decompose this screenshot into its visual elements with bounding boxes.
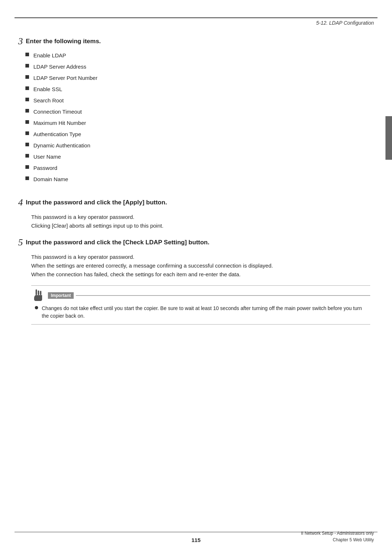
step-4-line2: Clicking [Clear] aborts all settings inp… [31,221,370,230]
list-item: Dynamic Authentication [25,142,370,149]
list-item-label: Domain Name [33,175,68,183]
list-item: Connection Timeout [25,108,370,115]
bullet-icon [25,131,29,135]
bullet-icon [25,143,29,146]
list-item-label: Authentication Type [33,130,81,138]
list-item: Enable LDAP [25,52,370,59]
bullet-icon [25,98,29,101]
list-item-label: LDAP Server Port Number [33,74,97,82]
step-4-line1: This password is a key operator password… [31,213,370,221]
list-item: Maximum Hit Number [25,119,370,127]
list-item: Domain Name [25,175,370,183]
step-3-list: Enable LDAP LDAP Server Address LDAP Ser… [18,52,370,183]
bullet-icon [25,120,29,124]
bullet-icon [25,53,29,56]
list-item-label: Search Root [33,97,64,104]
important-badge: Important [48,292,74,299]
step-5-number: 5 [18,237,23,248]
important-note: Changes do not take effect until you sta… [42,305,370,320]
top-border [15,17,377,18]
list-item: LDAP Server Address [25,63,370,70]
important-line [76,295,370,296]
step-5-body: This password is a key operator password… [31,253,370,279]
list-item-label: Enable SSL [33,85,62,93]
important-hand-icon [31,289,45,302]
step-5-section: 5 Input the password and click the [Chec… [18,237,370,328]
bullet-icon [25,64,29,68]
list-item: Search Root [25,97,370,104]
list-item: Password [25,164,370,172]
list-item-label: LDAP Server Address [33,63,86,70]
page-header: 5-12. LDAP Configuration [316,20,374,26]
bullet-icon [25,154,29,158]
step-3-number: 3 [18,36,23,47]
step-3-section: 3 Enter the following items. Enable LDAP… [18,36,370,194]
svg-rect-2 [40,291,41,295]
bullet-circle-icon [35,306,38,309]
list-item-label: Dynamic Authentication [33,142,90,149]
step-5-line1: This password is a key operator password… [31,253,370,261]
list-item: Authentication Type [25,130,370,138]
step-4-section: 4 Input the password and click the [Appl… [18,197,370,230]
right-tab [385,116,392,160]
list-item-label: Password [33,164,57,172]
svg-rect-1 [38,290,39,295]
bullet-icon [25,165,29,169]
footer-line1: II Network Setup - Administrators only [301,530,374,537]
svg-rect-0 [36,289,37,295]
header-title: 5-12. LDAP Configuration [316,20,374,26]
list-item: User Name [25,153,370,160]
bullet-icon [25,176,29,180]
bullet-icon [25,75,29,79]
list-item: LDAP Server Port Number [25,74,370,82]
list-item-label: Connection Timeout [33,108,82,115]
list-item: Enable SSL [25,85,370,93]
important-bullet-list: Changes do not take effect until you sta… [31,305,370,320]
main-content: 3 Enter the following items. Enable LDAP… [18,29,370,532]
page-footer: 115 II Network Setup - Administrators on… [0,537,392,543]
step-5-title: Input the password and click the [Check … [26,237,370,246]
list-item-label: Maximum Hit Number [33,119,86,127]
page-container: 5-12. LDAP Configuration 3 Enter the fol… [0,0,392,554]
bullet-icon [25,109,29,113]
step-5-line3: When the connection has failed, check th… [31,270,370,279]
step-4-title: Input the password and click the [Apply]… [26,197,370,206]
list-item-label: User Name [33,153,61,160]
step-4-number: 4 [18,197,23,208]
footer-line2: Chapter 5 Web Utility [301,537,374,543]
step-5-line2: When the settings are entered correctly,… [31,261,370,270]
step-4-body: This password is a key operator password… [31,213,370,230]
important-list-item: Changes do not take effect until you sta… [35,305,370,320]
step-3-title: Enter the following items. [26,36,370,45]
important-box: Important Changes do not take effect unt… [31,285,370,325]
bullet-icon [25,86,29,90]
important-header: Important [31,289,370,302]
list-item-label: Enable LDAP [33,52,66,59]
footer-right: II Network Setup - Administrators only C… [301,530,374,543]
